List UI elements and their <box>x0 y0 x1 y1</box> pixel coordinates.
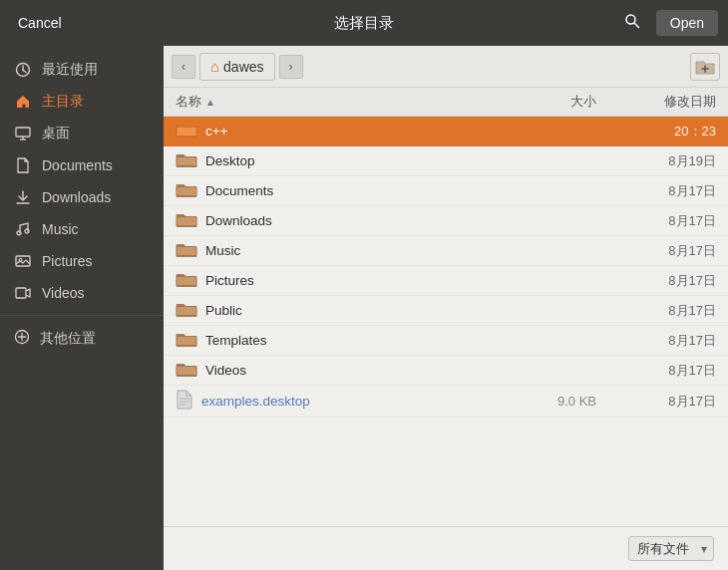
nav-path: ⌂ dawes <box>199 53 275 81</box>
svg-rect-21 <box>177 157 196 166</box>
file-name-cell: examples.desktop <box>176 390 517 413</box>
file-name: Templates <box>205 333 267 348</box>
home-icon <box>14 93 32 111</box>
sidebar-item-recent-label: 最近使用 <box>42 61 98 79</box>
desktop-icon <box>14 125 32 142</box>
file-name: examples.desktop <box>201 394 310 409</box>
svg-point-10 <box>17 231 21 235</box>
sidebar-item-recent[interactable]: 最近使用 <box>0 54 164 86</box>
table-row[interactable]: Videos 8月17日 <box>164 356 728 386</box>
new-folder-button[interactable] <box>690 53 720 81</box>
file-icon <box>176 240 197 261</box>
svg-rect-23 <box>177 217 196 226</box>
file-name: c++ <box>205 124 228 139</box>
plus-icon <box>14 329 30 348</box>
sidebar-add-other[interactable]: 其他位置 <box>0 322 164 355</box>
table-row[interactable]: Documents 8月17日 <box>164 176 728 206</box>
sidebar-item-desktop[interactable]: 桌面 <box>0 118 164 149</box>
sidebar-item-music[interactable]: Music <box>0 213 164 245</box>
nav-path-label: dawes <box>223 59 263 75</box>
file-name-cell: Music <box>176 240 517 261</box>
sidebar-item-videos[interactable]: Videos <box>0 277 164 309</box>
file-icon <box>176 300 197 321</box>
file-icon <box>176 180 197 201</box>
svg-line-1 <box>634 23 639 28</box>
file-icon <box>176 270 197 291</box>
header-date[interactable]: 修改日期 <box>596 93 716 111</box>
file-icon <box>176 210 197 231</box>
file-date-cell: 20：23 <box>596 123 716 141</box>
sidebar-item-music-label: Music <box>42 221 79 237</box>
table-row[interactable]: Music 8月17日 <box>164 236 728 266</box>
file-name-cell: Templates <box>176 330 517 351</box>
filter-wrapper: 所有文件 <box>628 536 714 561</box>
file-name-cell: c++ <box>176 121 517 142</box>
file-date-cell: 8月17日 <box>596 302 716 320</box>
titlebar-left: Cancel <box>10 11 70 35</box>
bottom-bar: 所有文件 <box>164 526 728 570</box>
sidebar-item-home-label: 主目录 <box>42 93 84 111</box>
svg-rect-26 <box>177 307 196 316</box>
table-row[interactable]: Pictures 8月17日 <box>164 266 728 296</box>
videos-icon <box>14 284 32 302</box>
file-name-cell: Desktop <box>176 150 517 171</box>
nav-back-button[interactable]: ‹ <box>172 55 195 79</box>
open-button[interactable]: Open <box>656 10 718 36</box>
file-name: Documents <box>205 183 273 198</box>
dialog-title: 选择目录 <box>334 14 394 33</box>
sidebar-item-downloads-label: Downloads <box>42 189 111 205</box>
file-list: c++ 20：23 Desktop 8月19日 Documents 8月17日 <box>164 117 728 526</box>
sidebar-item-documents-label: Documents <box>42 157 113 173</box>
file-icon <box>176 390 193 413</box>
sidebar-add-label: 其他位置 <box>40 330 96 348</box>
header-name[interactable]: 名称 ▲ <box>176 93 517 111</box>
filter-select[interactable]: 所有文件 <box>628 536 714 561</box>
file-name-cell: Videos <box>176 360 517 381</box>
table-row[interactable]: Public 8月17日 <box>164 296 728 326</box>
music-icon <box>14 220 32 238</box>
nav-forward-button[interactable]: › <box>279 55 303 79</box>
file-name-cell: Downloads <box>176 210 517 231</box>
main-layout: 最近使用 主目录 桌面 <box>0 46 728 570</box>
sidebar-item-downloads[interactable]: Downloads <box>0 181 164 213</box>
sidebar-separator <box>0 315 164 316</box>
file-date-cell: 8月17日 <box>596 332 716 350</box>
svg-rect-12 <box>16 256 30 266</box>
file-date-cell: 8月17日 <box>596 362 716 380</box>
file-date-cell: 8月17日 <box>596 393 716 411</box>
header-size[interactable]: 大小 <box>517 93 596 111</box>
sidebar-item-home[interactable]: 主目录 <box>0 86 164 118</box>
svg-rect-28 <box>177 367 196 376</box>
titlebar-right: Open <box>616 9 718 37</box>
table-row[interactable]: Downloads 8月17日 <box>164 206 728 236</box>
document-icon <box>14 156 32 174</box>
sidebar-item-documents[interactable]: Documents <box>0 149 164 181</box>
svg-rect-14 <box>16 288 26 298</box>
download-icon <box>14 188 32 206</box>
table-row[interactable]: Desktop 8月19日 <box>164 146 728 176</box>
file-name: Music <box>205 243 240 258</box>
sidebar: 最近使用 主目录 桌面 <box>0 46 164 570</box>
sort-arrow: ▲ <box>205 97 215 108</box>
search-button[interactable] <box>616 9 648 37</box>
file-name-cell: Pictures <box>176 270 517 291</box>
file-date-cell: 8月17日 <box>596 242 716 260</box>
file-icon <box>176 150 197 171</box>
file-date-cell: 8月17日 <box>596 182 716 200</box>
sidebar-item-pictures-label: Pictures <box>42 253 93 269</box>
file-name-cell: Public <box>176 300 517 321</box>
cancel-button[interactable]: Cancel <box>10 11 70 35</box>
file-name: Videos <box>205 363 246 378</box>
file-list-header: 名称 ▲ 大小 修改日期 <box>164 88 728 117</box>
table-row[interactable]: examples.desktop 9.0 KB 8月17日 <box>164 386 728 418</box>
file-size-cell: 9.0 KB <box>517 394 596 409</box>
titlebar: Cancel 选择目录 Open <box>0 0 728 46</box>
sidebar-item-desktop-label: 桌面 <box>42 125 70 142</box>
nav-bar: ‹ ⌂ dawes › <box>164 46 728 88</box>
file-date-cell: 8月17日 <box>596 212 716 230</box>
table-row[interactable]: c++ 20：23 <box>164 117 728 146</box>
sidebar-item-videos-label: Videos <box>42 285 85 301</box>
file-name-cell: Documents <box>176 180 517 201</box>
table-row[interactable]: Templates 8月17日 <box>164 326 728 356</box>
sidebar-item-pictures[interactable]: Pictures <box>0 245 164 277</box>
